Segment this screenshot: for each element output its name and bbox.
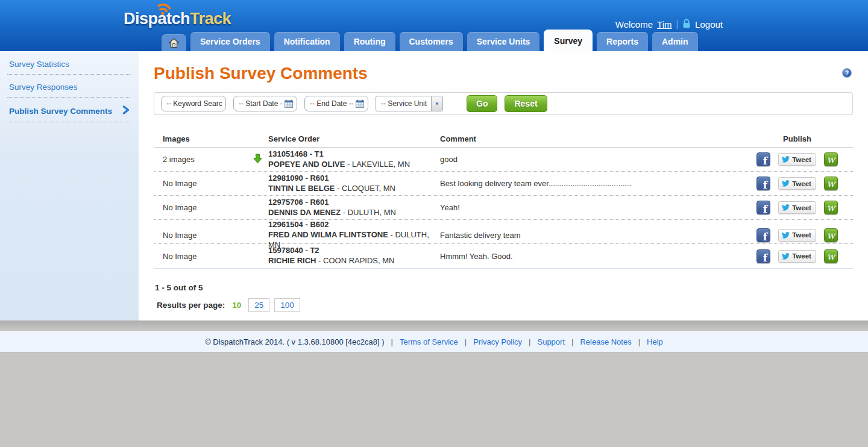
keyword-search-input[interactable] [166,99,222,108]
tab-survey[interactable]: Survey [544,30,593,51]
comment-text: Best looking delivery team ever.........… [440,179,750,188]
twitter-bird-icon [782,156,790,163]
app-logo[interactable]: DispatchTrack [124,10,231,28]
footer: © DispatchTrack 2014. ( v 1.3.68.10800 [… [0,331,868,352]
service-order-number: 131051468 - T1 [268,149,440,160]
facebook-icon: f [763,252,767,264]
web-publish-button[interactable]: w [824,201,838,214]
tweet-button[interactable]: Tweet [778,177,816,190]
images-count: No Image [163,231,197,240]
tweet-label: Tweet [792,204,811,211]
tab-service-orders[interactable]: Service Orders [190,32,270,51]
sidebar-item-label: Survey Statistics [9,60,69,69]
web-publish-button[interactable]: w [824,249,838,263]
table-row: No Image 15978040 - T2 RICHIE RICH - COO… [154,244,853,268]
footer-separator: | [571,337,573,346]
table-row: No Image 12975706 - R601 DENNIS DA MENEZ… [154,196,853,220]
tab-service-units[interactable]: Service Units [467,32,540,51]
end-date-field[interactable] [304,96,368,111]
tweet-label: Tweet [792,156,811,163]
tab-notification[interactable]: Notification [274,32,340,51]
comment-text: Hmmm! Yeah. Good. [440,252,750,261]
service-order-number: 12981090 - R601 [268,173,440,184]
tab-home[interactable] [162,34,186,51]
customer-name: DENNIS DA MENEZ [268,208,341,217]
tweet-button[interactable]: Tweet [778,153,816,166]
tweet-button[interactable]: Tweet [778,229,816,242]
col-header-publish: Publish [750,134,844,143]
facebook-share-button[interactable]: f [756,152,770,166]
service-order-number: 15978040 - T2 [268,246,440,256]
tweet-label: Tweet [792,252,811,260]
sidebar-item-survey-statistics[interactable]: Survey Statistics [7,52,131,75]
facebook-icon: f [763,231,767,243]
results-per-page: Results per page: 10 25 100 [157,298,868,312]
footer-link-release-notes[interactable]: Release Notes [580,337,631,346]
go-button[interactable]: Go [467,95,497,112]
customer-location: - CLOQUET, MN [337,184,395,193]
web-publish-button[interactable]: w [824,177,838,190]
footer-link-privacy[interactable]: Privacy Policy [473,337,522,346]
facebook-share-button[interactable]: f [756,201,770,214]
sidebar-item-publish-survey-comments[interactable]: Publish Survey Comments [7,98,131,122]
customer-location: - COON RAPIDS, MN [318,256,394,265]
username-link[interactable]: Tim [657,19,671,30]
col-header-service-order: Service Order [268,134,440,143]
calendar-icon[interactable] [356,99,364,108]
sidebar-item-survey-responses[interactable]: Survey Responses [7,75,131,98]
facebook-share-button[interactable]: f [756,249,770,263]
web-publish-button[interactable]: w [824,228,838,242]
filter-bar: -- Service Unit ▼ Go Reset [154,92,853,115]
web-publish-button[interactable]: w [824,152,838,166]
tab-customers[interactable]: Customers [400,32,463,51]
welcome-label: Welcome [615,19,653,30]
customer-name: FRED AND WILMA FLINTSTONE [268,230,388,239]
per-page-option-10[interactable]: 10 [230,299,244,311]
footer-link-support[interactable]: Support [537,337,565,346]
reset-button[interactable]: Reset [505,95,547,112]
table-row: 2 images 131051468 - T1 POPEYE AND OLIVE… [154,148,853,172]
facebook-icon: f [763,179,767,191]
chevron-right-icon [122,105,130,116]
download-images-icon[interactable] [253,154,262,166]
customer-location: - DULUTH, MN [343,208,396,217]
images-count: No Image [163,179,197,188]
app-header: DispatchTrack Welcome Tim | Logout Servi… [0,0,868,51]
images-count: No Image [163,203,197,212]
help-icon[interactable]: ? [842,68,852,78]
tab-reports[interactable]: Reports [597,32,648,51]
twitter-bird-icon [782,180,790,187]
facebook-share-button[interactable]: f [756,177,770,190]
keyword-search-field[interactable] [161,96,226,111]
twitter-bird-icon [782,253,790,260]
logout-link[interactable]: Logout [695,19,723,30]
comment-text: Yeah! [440,203,750,212]
tweet-button[interactable]: Tweet [778,250,816,263]
start-date-field[interactable] [233,96,297,111]
calendar-icon[interactable] [285,99,293,108]
tweet-button[interactable]: Tweet [778,201,816,214]
tab-routing[interactable]: Routing [344,32,395,51]
footer-link-help[interactable]: Help [647,337,663,346]
images-count: 2 images [163,155,195,164]
col-header-images: Images [163,134,268,143]
footer-separator: | [638,337,640,346]
welcome-separator: | [676,19,678,29]
twitter-bird-icon [782,204,790,211]
footer-link-terms[interactable]: Terms of Service [400,337,458,346]
service-unit-select[interactable]: -- Service Unit ▼ [376,96,443,111]
survey-comments-table: Images Service Order Comment Publish 2 i… [154,131,853,269]
start-date-input[interactable] [239,99,282,108]
tweet-label: Tweet [792,231,811,239]
copyright-text: © DispatchTrack 2014. ( v 1.3.68.10800 [… [205,337,384,346]
customer-location: - LAKEVILLE, MN [347,160,410,169]
table-row: No Image 12981090 - R601 TINTIN LE BELGE… [154,172,853,196]
lock-icon [682,19,691,30]
per-page-option-100[interactable]: 100 [274,298,300,312]
facebook-share-button[interactable]: f [756,228,770,242]
home-icon [169,40,179,50]
end-date-input[interactable] [310,99,353,108]
tab-admin[interactable]: Admin [652,32,698,51]
per-page-option-25[interactable]: 25 [248,298,269,312]
user-area: Welcome Tim | Logout [615,18,723,30]
